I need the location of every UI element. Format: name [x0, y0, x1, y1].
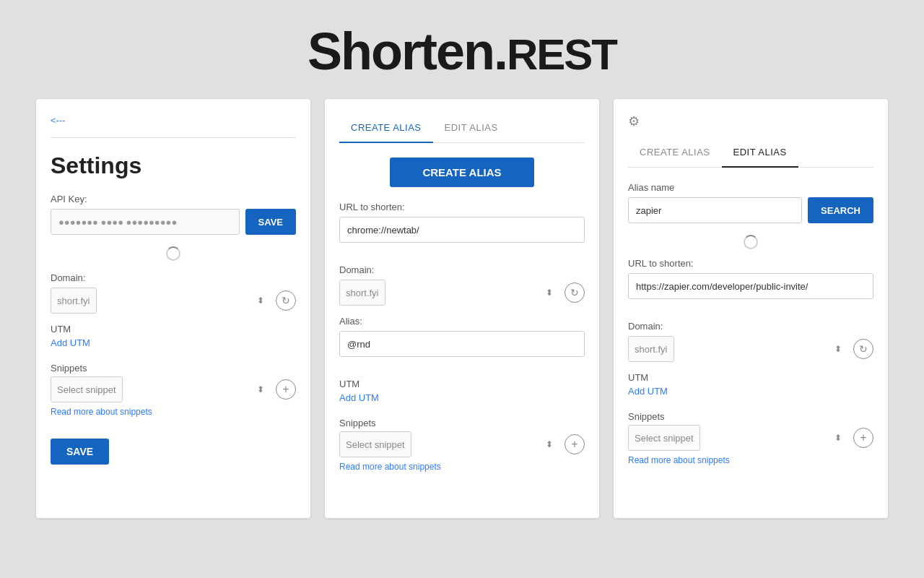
url-input-p3[interactable] — [628, 273, 873, 299]
domain-label-p2: Domain: — [339, 264, 585, 275]
utm-label-p3: UTM — [628, 372, 873, 383]
api-key-label: API Key: — [51, 194, 296, 204]
spinner-row — [51, 246, 296, 261]
alias-name-section: Alias name SEARCH — [628, 182, 873, 223]
snippets-label-p2: Snippets — [339, 418, 585, 428]
utm-label-p2: UTM — [339, 379, 585, 389]
snippets-select-row-p3: Select snippet + — [628, 425, 873, 451]
domain-refresh-button-p2[interactable]: ↻ — [565, 282, 585, 303]
snippets-label-p3: Snippets — [628, 411, 873, 422]
domain-label-p3: Domain: — [628, 321, 873, 332]
read-more-snippets-link-p2[interactable]: Read more about snippets — [339, 462, 585, 472]
alias-name-row: SEARCH — [628, 197, 873, 223]
snippet-select-wrapper-p3: Select snippet — [628, 425, 847, 451]
create-alias-tabs: CREATE ALIAS EDIT ALIAS — [339, 113, 585, 143]
domain-select-p2[interactable]: short.fyi — [339, 280, 385, 306]
domain-select-row: short.fyi ↻ — [51, 288, 296, 314]
snippet-select-wrapper-p2: Select snippet — [339, 431, 559, 457]
domain-select-p3[interactable]: short.fyi — [628, 336, 674, 362]
utm-section-p2: UTM Add UTM — [339, 379, 585, 403]
domain-select-row-p3: short.fyi ↻ — [628, 336, 873, 362]
back-link[interactable]: <--- — [51, 115, 66, 126]
snippets-select-row-p2: Select snippet + — [339, 431, 585, 457]
url-input[interactable] — [339, 217, 585, 243]
settings-panel: <--- Settings API Key: SAVE Domain: shor… — [36, 99, 310, 518]
snippets-section: Snippets Select snippet + Read more abou… — [51, 363, 296, 417]
domain-select-wrapper-p2: short.fyi — [339, 280, 559, 306]
url-label-p3: URL to shorten: — [628, 258, 873, 269]
header: Shorten.REST — [0, 0, 924, 99]
alias-section: Alias: — [339, 316, 585, 368]
create-alias-button[interactable]: CREATE ALIAS — [390, 158, 534, 187]
loading-spinner — [166, 246, 180, 261]
snippets-section-p2: Snippets Select snippet + Read more abou… — [339, 418, 585, 472]
domain-label: Domain: — [51, 272, 296, 283]
api-key-input[interactable] — [51, 209, 240, 235]
utm-label: UTM — [51, 324, 296, 335]
search-button[interactable]: SEARCH — [808, 197, 873, 223]
edit-loading-spinner — [744, 235, 758, 249]
domain-refresh-button-p3[interactable]: ↻ — [853, 339, 873, 359]
url-label: URL to shorten: — [339, 202, 585, 212]
read-more-snippets-link-p3[interactable]: Read more about snippets — [628, 455, 873, 465]
utm-section: UTM Add UTM — [51, 324, 296, 348]
add-utm-link-p2[interactable]: Add UTM — [339, 392, 585, 403]
snippet-select-p3[interactable]: Select snippet — [628, 425, 700, 451]
api-key-row: SAVE — [51, 209, 296, 235]
domain-select-row-p2: short.fyi ↻ — [339, 280, 585, 306]
edit-alias-tabs: CREATE ALIAS EDIT ALIAS — [628, 138, 873, 168]
add-utm-link-p3[interactable]: Add UTM — [628, 386, 873, 397]
alias-name-label: Alias name — [628, 182, 873, 193]
alias-name-input[interactable] — [628, 197, 802, 223]
tab-edit-alias-p3[interactable]: EDIT ALIAS — [722, 138, 798, 168]
domain-section: Domain: short.fyi ↻ — [51, 272, 296, 314]
domain-select[interactable]: short.fyi — [51, 288, 97, 314]
snippet-select-wrapper: Select snippet — [51, 376, 270, 402]
progress-row — [628, 235, 873, 249]
tab-edit-alias[interactable]: EDIT ALIAS — [433, 113, 510, 143]
divider — [51, 137, 296, 138]
api-key-section: API Key: SAVE — [51, 194, 296, 235]
domain-select-wrapper-p3: short.fyi — [628, 336, 847, 362]
snippets-label: Snippets — [51, 363, 296, 374]
utm-section-p3: UTM Add UTM — [628, 372, 873, 397]
domain-section-p3: Domain: short.fyi ↻ — [628, 321, 873, 362]
snippets-select-row: Select snippet + — [51, 376, 296, 402]
create-alias-panel: CREATE ALIAS EDIT ALIAS CREATE ALIAS URL… — [325, 99, 599, 518]
add-snippet-button-p2[interactable]: + — [565, 434, 585, 454]
domain-refresh-button[interactable]: ↻ — [276, 290, 296, 311]
snippet-select[interactable]: Select snippet — [51, 376, 123, 402]
read-more-snippets-link[interactable]: Read more about snippets — [51, 407, 296, 417]
add-snippet-button[interactable]: + — [276, 379, 296, 400]
tab-create-alias[interactable]: CREATE ALIAS — [339, 113, 433, 143]
alias-input[interactable] — [339, 331, 585, 357]
app-title: Shorten.REST — [0, 22, 924, 81]
edit-alias-panel: ⚙ CREATE ALIAS EDIT ALIAS Alias name SEA… — [614, 99, 888, 518]
add-snippet-button-p3[interactable]: + — [853, 428, 873, 448]
settings-save-button[interactable]: SAVE — [51, 439, 109, 465]
panels-container: <--- Settings API Key: SAVE Domain: shor… — [0, 99, 924, 518]
domain-section-p2: Domain: short.fyi ↻ — [339, 264, 585, 306]
domain-select-wrapper: short.fyi — [51, 288, 270, 314]
settings-title: Settings — [51, 152, 296, 179]
tab-create-alias-p3[interactable]: CREATE ALIAS — [628, 138, 722, 168]
alias-label: Alias: — [339, 316, 585, 327]
api-key-save-button[interactable]: SAVE — [245, 209, 296, 235]
gear-icon: ⚙ — [628, 113, 873, 129]
snippets-section-p3: Snippets Select snippet + Read more abou… — [628, 411, 873, 465]
add-utm-link[interactable]: Add UTM — [51, 337, 296, 348]
snippet-select-p2[interactable]: Select snippet — [339, 431, 411, 457]
url-section-p3: URL to shorten: — [628, 258, 873, 311]
url-section: URL to shorten: — [339, 202, 585, 254]
